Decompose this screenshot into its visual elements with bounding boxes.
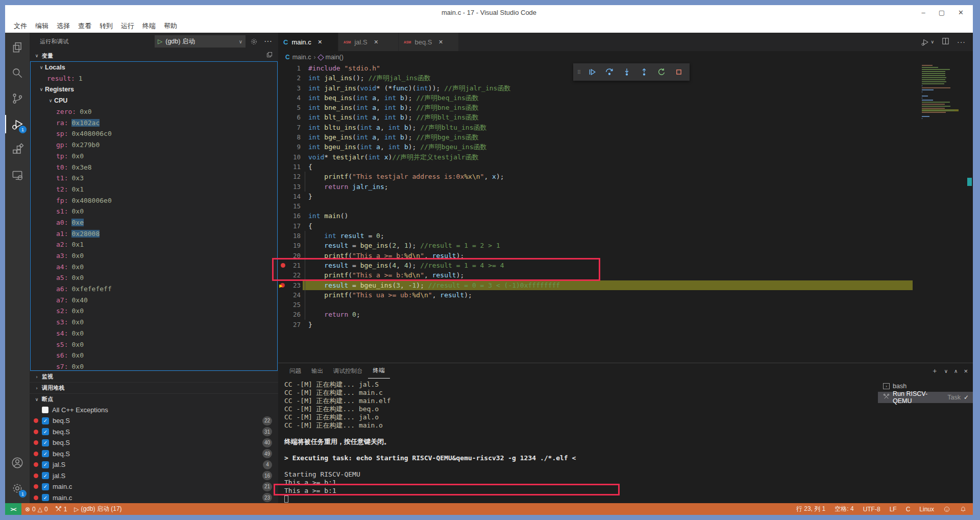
maximize-button[interactable]: ▢ xyxy=(939,9,945,16)
gutter[interactable]: 24 xyxy=(278,290,303,300)
variable-row[interactable]: t1:0x3 xyxy=(31,173,277,184)
gutter[interactable]: 5 xyxy=(278,103,303,112)
variable-row[interactable]: a3:0x0 xyxy=(31,250,277,262)
code-editor[interactable]: 1#include "stdio.h"2int jal_ins(); //声明j… xyxy=(278,63,973,363)
code-line[interactable]: 7int bltu_ins(int a, int b); //声明bltu_in… xyxy=(278,123,973,132)
tab-beq.S[interactable]: ASMbeq.S× xyxy=(399,33,459,51)
split-editor-icon[interactable] xyxy=(941,37,950,48)
breakpoint-checkbox[interactable]: ✓ xyxy=(42,472,49,479)
breakpoint-checkbox[interactable]: ✓ xyxy=(42,483,49,490)
code-line[interactable]: 8int bge_ins(int a, int b); //声明bge_ins函… xyxy=(278,132,973,142)
breakpoint-dot-icon[interactable] xyxy=(281,263,285,268)
feedback-icon[interactable] xyxy=(939,506,955,513)
gutter[interactable]: 15 xyxy=(278,201,303,211)
menu-item-转到[interactable]: 转到 xyxy=(95,19,117,33)
menu-item-编辑[interactable]: 编辑 xyxy=(31,19,53,33)
breakpoint-row[interactable]: ✓beq.S31 xyxy=(30,427,278,438)
code-line[interactable]: 5int bne_ins(int a, int b); //声明bne_ins函… xyxy=(278,103,973,112)
variable-row[interactable]: s7:0x0 xyxy=(31,361,277,371)
code-line[interactable]: 24 printf("This ua >= ub:%d\n", result); xyxy=(278,290,973,300)
close-icon[interactable]: × xyxy=(438,38,443,46)
exceptions-checkbox[interactable] xyxy=(42,407,48,413)
tab-jal.S[interactable]: ASMjal.S× xyxy=(338,33,399,51)
code-line[interactable]: 16int main() xyxy=(278,211,973,221)
variable-row[interactable]: ∨Registers xyxy=(31,84,277,95)
breakpoint-row[interactable]: ✓main.c21 xyxy=(30,481,278,492)
breakpoint-row[interactable]: ✓beq.S40 xyxy=(30,437,278,448)
close-icon[interactable]: × xyxy=(374,38,378,46)
variable-row[interactable]: s2:0x0 xyxy=(31,305,277,317)
code-line[interactable]: 25 xyxy=(278,300,973,310)
code-line[interactable]: 3int jalr_ins(void* (*func)(int)); //声明j… xyxy=(278,83,973,93)
minimize-button[interactable]: – xyxy=(922,9,925,16)
code-line[interactable]: 22 printf("This a >= b:%d\n", result); xyxy=(278,270,973,280)
tab-main.c[interactable]: Cmain.c× xyxy=(278,33,338,51)
step-into-button[interactable] xyxy=(619,64,634,80)
breakpoint-row[interactable]: ✓main.c23 xyxy=(30,492,278,504)
menu-item-帮助[interactable]: 帮助 xyxy=(160,19,181,33)
code-line[interactable]: 18 int result = 0; xyxy=(278,231,973,241)
terminal-dropdown-icon[interactable]: ∨ xyxy=(944,368,948,374)
watch-section-header[interactable]: › 监视 xyxy=(30,371,278,382)
breadcrumb[interactable]: C main.c › main() xyxy=(278,51,973,63)
gutter[interactable]: 12 xyxy=(278,172,303,181)
breakpoint-checkbox[interactable]: ✓ xyxy=(42,439,49,446)
variable-row[interactable]: s5:0x0 xyxy=(31,339,277,350)
panel-tab-终端[interactable]: 终端 xyxy=(368,363,390,379)
debug-status[interactable]: ▷ (gdb) 启动 (17) xyxy=(70,503,125,515)
breakpoint-checkbox[interactable]: ✓ xyxy=(42,450,49,457)
variable-row[interactable]: result:1 xyxy=(31,73,277,84)
status-item[interactable]: UTF-8 xyxy=(859,506,885,513)
variable-row[interactable]: ∨CPU xyxy=(31,95,277,106)
minimap[interactable] xyxy=(922,64,959,120)
gutter[interactable]: 11 xyxy=(278,162,303,172)
variable-row[interactable]: ra:0x102ac xyxy=(31,117,277,128)
status-item[interactable]: 行 23, 列 1 xyxy=(792,505,830,513)
code-line[interactable]: ▶23 result = bgeu_ins(3, -1); //result =… xyxy=(278,280,973,290)
gutter[interactable]: 1 xyxy=(278,63,303,73)
status-item[interactable]: LF xyxy=(885,506,901,513)
notifications-bell-icon[interactable] xyxy=(955,506,973,513)
code-line[interactable]: 17{ xyxy=(278,221,973,231)
exceptions-row[interactable]: All C++ Exceptions xyxy=(30,405,278,415)
account-icon[interactable] xyxy=(5,450,30,476)
stop-button[interactable] xyxy=(671,64,687,80)
menu-item-选择[interactable]: 选择 xyxy=(53,19,74,33)
gutter[interactable]: 4 xyxy=(278,93,303,103)
gutter[interactable]: 17 xyxy=(278,221,303,231)
menu-item-终端[interactable]: 终端 xyxy=(138,19,160,33)
close-icon[interactable]: × xyxy=(318,38,322,46)
panel-tab-调试控制台[interactable]: 调试控制台 xyxy=(328,363,368,379)
variable-row[interactable]: s6:0x0 xyxy=(31,350,277,361)
terminal-list-item[interactable]: Run RISCV-QEMUTask✓ xyxy=(878,392,973,403)
breakpoints-section-header[interactable]: ∨ 断点 xyxy=(30,393,278,405)
code-line[interactable]: 20 printf("This a >= b:%d\n", result); xyxy=(278,251,973,261)
breakpoint-checkbox[interactable]: ✓ xyxy=(42,461,49,468)
variable-row[interactable]: a2:0x1 xyxy=(31,239,277,250)
debug-config-dropdown[interactable]: ▷ (gdb) 启动 ∨ xyxy=(155,35,246,48)
breakpoint-row[interactable]: ✓jal.S4 xyxy=(30,459,278,470)
breakpoint-row[interactable]: ✓beq.S22 xyxy=(30,415,278,427)
breakpoint-checkbox[interactable]: ✓ xyxy=(42,494,49,501)
remote-explorer-icon[interactable] xyxy=(5,162,30,188)
start-debug-icon[interactable]: ▷ xyxy=(158,38,162,45)
menu-item-文件[interactable]: 文件 xyxy=(10,19,31,33)
variable-row[interactable]: s4:0x0 xyxy=(31,328,277,339)
run-and-debug-icon[interactable]: 1 xyxy=(5,111,30,137)
gutter[interactable]: 7 xyxy=(278,123,303,132)
step-over-button[interactable] xyxy=(602,64,617,80)
code-line[interactable]: 11{ xyxy=(278,162,973,172)
extensions-icon[interactable] xyxy=(5,137,30,162)
panel-tab-问题[interactable]: 问题 xyxy=(284,363,306,379)
variable-row[interactable]: t0:0x3e8 xyxy=(31,161,277,173)
gutter[interactable]: 22 xyxy=(278,270,303,280)
variable-row[interactable]: fp:0x408006e0 xyxy=(31,195,277,206)
remote-indicator[interactable]: >< xyxy=(5,503,21,515)
callstack-section-header[interactable]: › 调用堆栈 xyxy=(30,382,278,393)
run-or-debug-button[interactable]: ∨ xyxy=(921,38,934,46)
breakpoint-row[interactable]: ✓beq.S49 xyxy=(30,448,278,460)
breakpoint-row[interactable]: ✓jal.S16 xyxy=(30,470,278,482)
more-actions-icon[interactable]: ··· xyxy=(957,38,966,46)
search-icon[interactable] xyxy=(5,60,30,86)
gutter[interactable]: 21 xyxy=(278,261,303,270)
